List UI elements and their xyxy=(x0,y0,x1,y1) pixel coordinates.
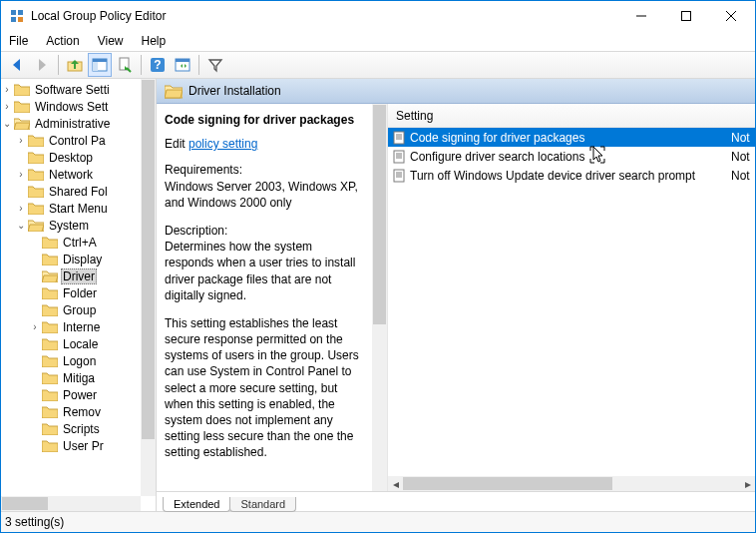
tree-item[interactable]: Group xyxy=(61,303,98,317)
list-row-selected[interactable]: Code signing for driver packages Not xyxy=(388,128,755,147)
settings-list: Setting Code signing for driver packages… xyxy=(387,104,755,491)
show-hide-tree-button[interactable] xyxy=(88,53,112,77)
tree-item[interactable]: Folder xyxy=(61,286,99,300)
folder-icon xyxy=(14,100,30,113)
options-button[interactable] xyxy=(171,53,194,77)
detail-vertical-scrollbar[interactable] xyxy=(372,104,387,491)
titlebar[interactable]: Local Group Policy Editor xyxy=(1,1,755,31)
policy-icon xyxy=(392,169,406,183)
edit-prefix: Edit xyxy=(165,137,189,151)
tree-item[interactable]: Remov xyxy=(61,405,103,419)
tab-extended[interactable]: Extended xyxy=(163,497,230,512)
menu-help[interactable]: Help xyxy=(140,33,169,49)
content-title: Driver Installation xyxy=(189,84,281,98)
menu-action[interactable]: Action xyxy=(44,33,81,49)
menu-view[interactable]: View xyxy=(96,33,126,49)
req-text: Windows Server 2003, Windows XP, and Win… xyxy=(165,179,364,211)
tree-item[interactable]: Logon xyxy=(61,354,98,368)
tree-item[interactable]: Driver xyxy=(61,268,97,284)
up-level-button[interactable] xyxy=(63,53,87,77)
svg-text:?: ? xyxy=(154,58,161,72)
tree-horizontal-scrollbar[interactable] xyxy=(1,496,141,511)
forward-button[interactable] xyxy=(30,53,54,77)
tree-pane: Software Setti Windows Sett Administrati… xyxy=(1,79,157,511)
status-text: 3 setting(s) xyxy=(5,515,64,529)
back-button[interactable] xyxy=(5,53,29,77)
list-item-label: Configure driver search locations xyxy=(410,150,727,164)
tree-item[interactable]: System xyxy=(47,219,91,233)
svg-rect-2 xyxy=(11,17,16,22)
help-button[interactable]: ? xyxy=(146,53,170,77)
tree-item[interactable]: Mitiga xyxy=(61,371,97,385)
folder-open-icon xyxy=(165,84,183,99)
list-row[interactable]: Configure driver search locations Not xyxy=(388,147,755,166)
collapse-icon[interactable] xyxy=(1,118,13,129)
content-header: Driver Installation xyxy=(157,79,755,104)
setting-heading: Code signing for driver packages xyxy=(165,112,364,128)
list-horizontal-scrollbar[interactable]: ◂▸ xyxy=(388,476,755,491)
tree-item[interactable]: Start Menu xyxy=(47,202,110,216)
filter-button[interactable] xyxy=(203,53,227,77)
tab-standard[interactable]: Standard xyxy=(229,497,296,512)
list-item-state: Not xyxy=(731,150,755,164)
expand-icon[interactable] xyxy=(1,101,13,112)
view-tabs: Extended Standard xyxy=(157,491,755,511)
list-row[interactable]: Turn off Windows Update device driver se… xyxy=(388,166,755,185)
tree-item[interactable]: Scripts xyxy=(61,422,102,436)
tree-item[interactable]: Shared Fol xyxy=(47,185,110,199)
tree-item[interactable]: Control Pa xyxy=(47,134,108,148)
req-label: Requirements: xyxy=(165,162,364,178)
tree-item[interactable]: Interne xyxy=(61,320,102,334)
tree-item[interactable]: Display xyxy=(61,253,104,266)
svg-rect-0 xyxy=(11,10,16,15)
svg-rect-1 xyxy=(18,10,23,15)
menubar: File Action View Help xyxy=(1,31,755,51)
policy-icon xyxy=(392,150,406,164)
desc-label: Description: xyxy=(165,223,364,239)
list-item-state: Not xyxy=(731,131,755,145)
toolbar: ? xyxy=(1,51,755,79)
svg-rect-11 xyxy=(93,62,98,71)
tree-item[interactable]: Desktop xyxy=(47,151,95,165)
svg-rect-21 xyxy=(394,151,404,163)
tree-item-selected: Driver xyxy=(29,267,141,284)
svg-rect-16 xyxy=(176,59,189,62)
statusbar: 3 setting(s) xyxy=(1,511,755,532)
policy-icon xyxy=(392,131,406,145)
tree-item[interactable]: Ctrl+A xyxy=(61,236,99,250)
tree-item[interactable]: Power xyxy=(61,388,99,402)
desc-text-1: Determines how the system responds when … xyxy=(165,239,364,303)
window-title: Local Group Policy Editor xyxy=(31,9,618,23)
close-button[interactable] xyxy=(708,1,753,31)
tree-vertical-scrollbar[interactable] xyxy=(141,79,156,496)
minimize-button[interactable] xyxy=(618,1,663,31)
edit-policy-link[interactable]: policy setting xyxy=(189,137,257,151)
list-item-state: Not xyxy=(731,169,755,183)
folder-open-icon xyxy=(14,117,30,130)
svg-rect-3 xyxy=(18,17,23,22)
svg-rect-10 xyxy=(93,59,107,62)
expand-icon[interactable] xyxy=(1,84,13,95)
maximize-button[interactable] xyxy=(663,1,708,31)
svg-rect-5 xyxy=(681,12,690,21)
svg-rect-25 xyxy=(394,170,404,182)
tree-item[interactable]: Administrative xyxy=(33,117,112,131)
tree-item[interactable]: Locale xyxy=(61,337,100,351)
tree-item[interactable]: User Pr xyxy=(61,439,106,453)
nav-tree[interactable]: Software Setti Windows Sett Administrati… xyxy=(1,79,141,454)
column-header-setting[interactable]: Setting xyxy=(388,104,755,128)
export-list-button[interactable] xyxy=(113,53,137,77)
desc-text-2: This setting establishes the least secur… xyxy=(165,315,364,461)
app-icon xyxy=(9,8,25,24)
menu-file[interactable]: File xyxy=(7,33,30,49)
tree-item[interactable]: Network xyxy=(47,168,95,182)
tree-item[interactable]: Software Setti xyxy=(33,83,112,97)
detail-pane: Code signing for driver packages Edit po… xyxy=(157,104,372,491)
app-window: Local Group Policy Editor File Action Vi… xyxy=(0,0,756,533)
list-item-label: Turn off Windows Update device driver se… xyxy=(410,169,727,183)
svg-rect-17 xyxy=(394,132,404,144)
tree-item[interactable]: Windows Sett xyxy=(33,100,110,114)
folder-icon xyxy=(14,83,30,96)
list-item-label: Code signing for driver packages xyxy=(410,131,727,145)
